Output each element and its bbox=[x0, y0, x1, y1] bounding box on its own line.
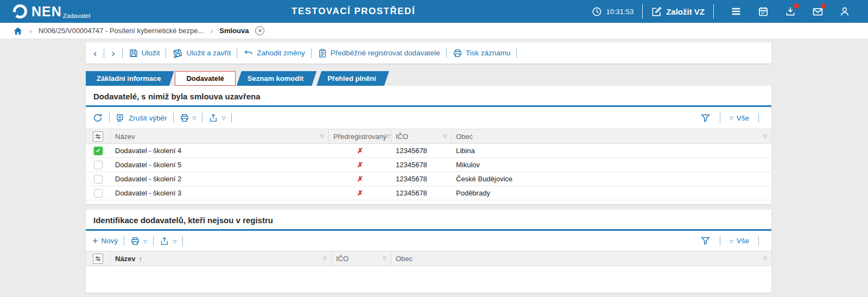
discard-changes-button[interactable]: Zahodit změny bbox=[243, 48, 305, 58]
cell-nazev: Dodavatel - školení 5 bbox=[111, 161, 329, 169]
nen-logo[interactable]: NEN Zadavatel bbox=[0, 4, 90, 18]
notification-badge bbox=[821, 3, 826, 9]
column-filter-icon[interactable]: ▽ bbox=[443, 134, 447, 139]
time-value: 10:31:53 bbox=[606, 8, 634, 16]
save-button[interactable]: Uložit bbox=[129, 48, 160, 58]
close-record-icon[interactable]: × bbox=[255, 26, 264, 35]
view-all-button[interactable]: Vše bbox=[737, 237, 749, 245]
column-filter-icon[interactable]: ▽ bbox=[320, 134, 324, 139]
tab-label: Seznam komodit bbox=[248, 74, 303, 83]
downloads-button[interactable] bbox=[784, 5, 796, 17]
table-row[interactable]: ✓ Dodavatel - školení 4 ✗ 12345678 Libin… bbox=[86, 144, 771, 158]
row-checkbox[interactable]: ✓ bbox=[94, 147, 103, 155]
tab-dodavatele[interactable]: Dodavatelé bbox=[175, 71, 235, 86]
dropdown-icon[interactable]: ▽ bbox=[193, 115, 197, 121]
calendar-button[interactable] bbox=[757, 5, 769, 17]
filter-button[interactable] bbox=[700, 236, 711, 246]
divider bbox=[758, 236, 759, 246]
print-record-button[interactable]: Tisk záznamu bbox=[453, 48, 511, 58]
plus-icon: + bbox=[92, 236, 98, 246]
identification-table: Název ↑ ▽ IČO ▽ Obec ▽ bbox=[86, 251, 771, 293]
identification-toolbar: + Nový ▽ ▽ bbox=[86, 231, 771, 251]
logo-text: NEN bbox=[31, 5, 62, 18]
print-table-button[interactable]: ▽ bbox=[130, 236, 147, 246]
header-label: Název bbox=[115, 132, 135, 141]
header-label: Obec bbox=[396, 255, 413, 263]
clear-selection-button[interactable]: Zrušit výběr bbox=[116, 113, 167, 123]
header-label: IČO bbox=[336, 255, 349, 263]
save-icon bbox=[129, 48, 138, 58]
cell-obec: Mikulov bbox=[452, 161, 771, 169]
column-chooser-icon bbox=[93, 254, 103, 264]
divider bbox=[124, 236, 124, 246]
table-row[interactable]: Dodavatel - školení 5 ✗ 12345678 Mikulov bbox=[86, 158, 771, 172]
row-checkbox[interactable] bbox=[94, 175, 103, 184]
printer-icon bbox=[180, 113, 189, 123]
header-nazev[interactable]: Název ▽ bbox=[111, 129, 329, 143]
divider bbox=[173, 113, 174, 123]
new-button[interactable]: + Nový bbox=[92, 236, 118, 246]
column-filter-icon[interactable]: ▽ bbox=[383, 256, 387, 261]
suppliers-section-title: Dodavatelé, s nimiž byla smlouva uzavřen… bbox=[86, 86, 771, 105]
dropdown-icon[interactable]: ▽ bbox=[730, 238, 733, 244]
tab-zakladni-informace[interactable]: Základní informace bbox=[86, 71, 174, 86]
column-chooser-button[interactable] bbox=[86, 129, 111, 143]
refresh-button[interactable] bbox=[92, 112, 103, 123]
header-ico[interactable]: IČO ▽ bbox=[391, 129, 452, 143]
column-filter-icon[interactable]: ▽ bbox=[387, 134, 390, 139]
save-and-close-button[interactable]: Uložit a zavřít bbox=[172, 48, 231, 59]
column-filter-icon[interactable]: ▽ bbox=[323, 256, 327, 261]
home-icon[interactable] bbox=[13, 26, 23, 36]
nav-back-button[interactable]: ‹ bbox=[92, 48, 98, 58]
hamburger-icon bbox=[730, 5, 742, 17]
breadcrumb-current: Smlouva bbox=[219, 27, 249, 35]
create-vz-button[interactable]: Založit VZ bbox=[651, 7, 705, 17]
table-row[interactable]: Dodavatel - školení 3 ✗ 12345678 Poděbra… bbox=[86, 186, 771, 200]
dropdown-icon[interactable]: ▽ bbox=[173, 238, 176, 244]
row-checkbox[interactable] bbox=[94, 161, 103, 169]
column-filter-icon[interactable]: ▽ bbox=[763, 134, 767, 139]
header-ico[interactable]: IČO ▽ bbox=[332, 251, 391, 266]
divider bbox=[182, 236, 183, 246]
messages-button[interactable] bbox=[812, 5, 823, 17]
cross-icon: ✗ bbox=[329, 175, 391, 183]
person-icon bbox=[839, 6, 850, 17]
print-table-button[interactable]: ▽ bbox=[180, 113, 197, 123]
user-profile-button[interactable] bbox=[839, 5, 851, 17]
row-checkbox[interactable] bbox=[94, 189, 103, 198]
record-toolbar: ‹ › Uložit Uložit a zavřít Zahodit změny bbox=[86, 42, 771, 64]
breadcrumb-parent[interactable]: N006/25/V00004747 - Posílení kybernetick… bbox=[39, 27, 204, 35]
nav-forward-button[interactable]: › bbox=[110, 48, 116, 58]
preregister-supplier-button[interactable]: Předběžně registrovat dodavatele bbox=[318, 48, 440, 58]
cell-obec: České Budějovice bbox=[452, 175, 771, 183]
filter-button[interactable] bbox=[700, 113, 711, 123]
export-button[interactable]: ▽ bbox=[208, 113, 225, 123]
suppliers-toolbar: Zrušit výběr ▽ ▽ bbox=[86, 107, 771, 129]
header-predregistrovany[interactable]: Předregistrovaný ▽ bbox=[329, 129, 391, 143]
table-row[interactable]: Dodavatel - školení 2 ✗ 12345678 České B… bbox=[86, 172, 771, 186]
dropdown-icon[interactable]: ▽ bbox=[730, 115, 733, 121]
dropdown-icon[interactable]: ▽ bbox=[221, 115, 225, 121]
export-button[interactable]: ▽ bbox=[160, 236, 176, 246]
divider bbox=[720, 113, 720, 123]
notification-badge bbox=[794, 3, 799, 9]
tab-seznam-komodit[interactable]: Seznam komodit bbox=[237, 71, 316, 86]
view-all-button[interactable]: Vše bbox=[737, 114, 749, 122]
header-obec[interactable]: Obec ▽ bbox=[391, 251, 771, 266]
main-menu-button[interactable] bbox=[730, 5, 742, 17]
cross-icon: ✗ bbox=[329, 147, 391, 155]
record-tabs: Základní informace Dodavatelé Seznam kom… bbox=[86, 71, 771, 86]
column-filter-icon[interactable]: ▽ bbox=[763, 256, 767, 261]
tab-label: Přehled plnění bbox=[327, 74, 376, 83]
dropdown-icon[interactable]: ▽ bbox=[143, 238, 147, 244]
column-chooser-button[interactable] bbox=[86, 251, 111, 266]
divider bbox=[713, 4, 714, 18]
header-nazev[interactable]: Název ↑ ▽ bbox=[111, 251, 332, 266]
divider bbox=[231, 113, 232, 123]
tab-prehled-plneni[interactable]: Přehled plnění bbox=[316, 71, 389, 86]
cancel-selection-icon bbox=[116, 113, 125, 123]
suppliers-table: Název ▽ Předregistrovaný ▽ IČO ▽ Obec ▽ … bbox=[86, 129, 771, 204]
cross-icon: ✗ bbox=[329, 161, 391, 169]
header-obec[interactable]: Obec ▽ bbox=[452, 129, 771, 143]
divider bbox=[104, 48, 104, 58]
